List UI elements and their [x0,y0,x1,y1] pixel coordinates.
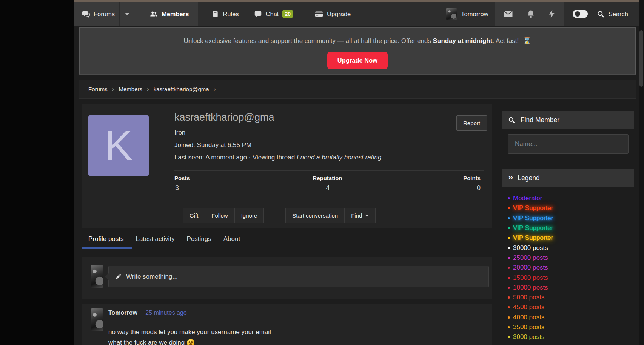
legend-item[interactable]: 30000 posts [508,243,553,253]
legend-item[interactable]: 4000 posts [508,313,553,322]
legend-item-label: 3000 posts [513,333,544,341]
legend-item[interactable]: 3000 posts [508,332,553,342]
tab-profile-posts[interactable]: Profile posts [88,235,124,243]
envelope-icon [504,11,513,17]
post-author-line: Tomorrow · 25 minutes ago [108,310,187,316]
legend-item-label: VIP Supporter [513,215,553,222]
toggle-knob-icon [575,11,580,17]
start-conversation-button[interactable]: Start conversation [285,208,345,223]
credit-card-icon [315,10,323,18]
legend-item[interactable]: VIP Supporter [508,213,553,223]
ignore-button[interactable]: Ignore [234,208,264,223]
breadcrumb-current-member[interactable]: kasraeftkhariop@gma [154,86,209,92]
legend-bullet-icon [508,306,510,308]
legend-list: Moderator VIP Supporter VIP Supporter VI… [508,193,553,342]
stat-label: Reputation [276,175,378,181]
legend-bullet-icon [508,296,510,299]
find-dropdown-button[interactable]: Find [344,208,376,223]
legend-item-label: Moderator [513,195,542,202]
tab-latest-activity[interactable]: Latest activity [136,235,175,243]
nav-item-members[interactable]: Members [140,2,198,26]
write-something-input[interactable]: Write something... [108,266,489,287]
nav-item-label: Upgrade [327,11,351,18]
gift-button[interactable]: Gift [183,208,205,223]
legend-item[interactable]: VIP Supporter [508,223,553,233]
stat-value: 3 [174,184,276,192]
legend-bullet-icon [508,267,510,269]
nav-user-menu[interactable]: Tomorrow [440,2,494,26]
double-chevron-icon: » [508,173,512,182]
scrollbar-thumb[interactable] [639,30,643,87]
forum-profile-page: Forums Members Rules Chat 20 [0,0,644,345]
post-timestamp-link[interactable]: 25 minutes ago [145,310,186,316]
legend-item-label: 10000 posts [513,284,548,291]
legend-item-label: 5000 posts [513,294,544,301]
main-navbar: Forums Members Rules Chat 20 [74,2,639,26]
alerts-button[interactable] [527,10,535,18]
legend-bullet-icon [508,326,510,328]
search-button[interactable]: Search [597,10,639,18]
report-button[interactable]: Report [456,115,487,131]
legend-bullet-icon [508,207,510,209]
stat-label: Points [379,175,481,181]
tab-about[interactable]: About [223,235,240,243]
legend-item[interactable]: 10000 posts [508,283,553,293]
comments-icon [82,10,90,18]
legend-bullet-icon [508,197,510,199]
last-seen-text: Last seen: A moment ago · Viewing thread [174,154,295,161]
crying-emoji-icon [187,339,194,345]
stat-points: Points 0 [379,175,481,192]
legend-item[interactable]: 3500 posts [508,322,553,332]
page-scrollbar[interactable] [639,0,644,345]
last-seen-thread-link[interactable]: I need a brutally honest rating [297,154,381,161]
legend-item[interactable]: 25000 posts [508,253,553,263]
bell-icon [527,10,535,18]
nav-forums-dropdown[interactable] [119,2,135,26]
post-body-text: what the fuck are we doing [108,339,185,345]
composer-placeholder: Write something... [126,273,178,281]
scroll-icon [211,10,219,18]
dot-separator: · [140,310,142,316]
legend-item[interactable]: 4500 posts [508,302,553,312]
tab-postings[interactable]: Postings [187,235,211,243]
breadcrumb-members[interactable]: Members [119,86,143,92]
messages-button[interactable] [504,11,513,17]
legend-item[interactable]: 15000 posts [508,273,553,282]
legend-item[interactable]: 5000 posts [508,293,553,302]
search-label: Search [609,11,628,18]
legend-header: » Legend [502,169,634,187]
legend-item[interactable]: 20000 posts [508,263,553,273]
upgrade-now-button[interactable]: Upgrade Now [327,52,388,69]
member-avatar[interactable]: K [88,115,149,176]
find-member-title: Find Member [521,116,559,124]
nav-item-chat[interactable]: Chat 20 [247,2,300,26]
legend-item-label: 4500 posts [513,304,544,311]
post-author-avatar[interactable] [91,308,103,331]
nav-item-upgrade[interactable]: Upgrade [307,2,358,26]
spacer [264,208,286,223]
dark-mode-toggle[interactable] [573,10,588,18]
nav-item-rules[interactable]: Rules [204,2,246,26]
legend-bullet-icon [508,247,510,249]
chevron-right-icon: › [112,86,114,93]
nav-forums-block: Forums [74,2,140,26]
navbar-right: Tomorrow [440,2,639,26]
find-member-name-input[interactable] [508,134,629,154]
legend-title: Legend [518,174,539,182]
breadcrumb-forums[interactable]: Forums [88,86,108,92]
search-icon [508,117,515,124]
legend-item[interactable]: VIP Supporter [508,203,553,213]
legend-item[interactable]: VIP Supporter [508,233,553,243]
nav-item-forums[interactable]: Forums [74,2,119,26]
legend-item-label: 20000 posts [513,264,548,271]
find-member-header: Find Member [502,111,634,129]
legend-item[interactable]: Moderator [508,193,553,203]
follow-button[interactable]: Follow [205,208,234,223]
avatar-letter: K [105,124,133,167]
profile-tabs: Profile posts Latest activity Postings A… [88,231,240,247]
legend-bullet-icon [508,316,510,319]
flash-activity-button[interactable] [549,10,555,18]
post-author-name[interactable]: Tomorrow [108,310,137,316]
current-user-avatar[interactable] [91,265,103,288]
member-last-seen: Last seen: A moment ago · Viewing thread… [174,154,381,161]
